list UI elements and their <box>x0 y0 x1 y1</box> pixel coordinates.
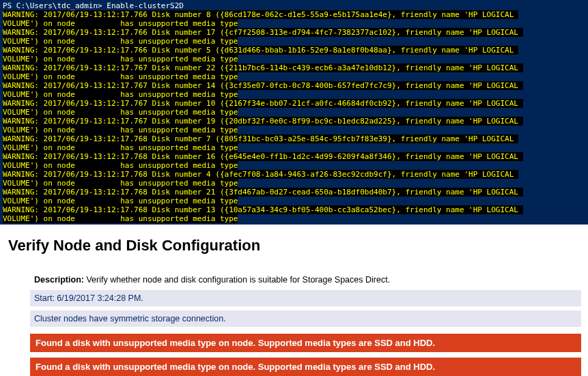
error-row: Found a disk with unsupported media type… <box>30 334 581 352</box>
section-title: Verify Node and Disk Configuration <box>8 237 581 255</box>
error-row: Found a disk with unsupported media type… <box>30 358 581 376</box>
description-row: Description: Verify whether node and dis… <box>30 272 581 290</box>
description-text: Verify whether node and disk configurati… <box>86 275 390 285</box>
report-section: Verify Node and Disk Configuration Descr… <box>0 225 588 376</box>
info-row: Cluster nodes have symmetric storage con… <box>30 310 581 327</box>
powershell-terminal[interactable]: PS C:\Users\tdc_admin> Enable-clusterS2D… <box>0 0 588 225</box>
start-time-row: Start: 6/19/2017 3:24:28 PM. <box>30 290 581 306</box>
description-label: Description: <box>34 275 84 285</box>
